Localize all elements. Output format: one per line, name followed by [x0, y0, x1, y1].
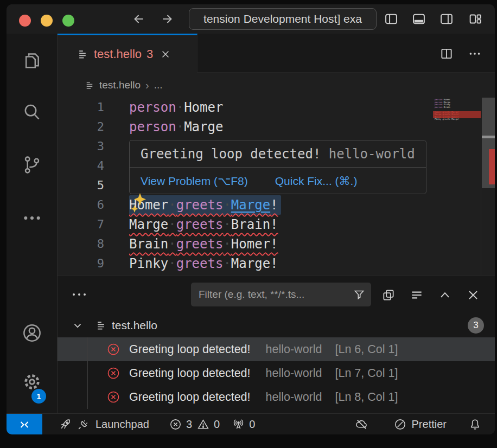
- problems-filter[interactable]: [191, 283, 371, 306]
- forward-arrow-icon[interactable]: [161, 12, 175, 26]
- scrollbar-error-marker: [489, 149, 495, 184]
- panel-overflow-icon[interactable]: [72, 288, 88, 301]
- problem-message: Greeting loop detected!: [129, 343, 251, 356]
- back-arrow-icon[interactable]: [131, 12, 145, 26]
- window-title: tension Development Host] exa: [203, 12, 362, 25]
- code-line[interactable]: 6Homer·greets·Marge!: [58, 195, 495, 215]
- settings-badge: 1: [31, 389, 46, 404]
- more-icon[interactable]: [21, 207, 43, 229]
- minimap[interactable]: person Homerperson Margeperson Pinkypers…: [433, 99, 481, 121]
- chevron-down-icon[interactable]: [72, 319, 84, 331]
- problem-source: hello-world: [266, 367, 322, 380]
- code-line[interactable]: 1person·Homer: [58, 98, 495, 117]
- collapse-all-icon[interactable]: [410, 288, 424, 302]
- line-number: 2: [58, 117, 104, 137]
- view-as-table-icon[interactable]: [381, 288, 396, 302]
- problem-location: [Ln 8, Col 1]: [335, 391, 398, 404]
- view-problem-link[interactable]: View Problem (⌥F8): [141, 175, 248, 188]
- quick-fix-link[interactable]: Quick Fix... (⌘.): [275, 175, 358, 188]
- status-left: Launchpad 3 0 0: [59, 414, 255, 434]
- line-text: person·Homer: [129, 98, 223, 117]
- close-panel-icon[interactable]: [466, 288, 480, 302]
- problem-location: [Ln 7, Col 1]: [335, 367, 398, 380]
- close-icon[interactable]: [160, 49, 171, 60]
- tooltip-message-row: Greeting loop detected! hello-world: [130, 140, 426, 168]
- breadcrumb[interactable]: test.hello › ...: [58, 73, 495, 98]
- ports-count[interactable]: 0: [249, 418, 255, 431]
- problem-location: [Ln 6, Col 1]: [335, 343, 398, 356]
- problem-source: hello-world: [266, 343, 322, 356]
- chevron-up-icon[interactable]: [438, 288, 452, 302]
- line-text: Marge·greets·Brain!: [129, 215, 278, 234]
- launchpad-label[interactable]: Launchpad: [95, 418, 149, 431]
- scrollbar-thumb[interactable]: [482, 98, 495, 188]
- sparkle-icon[interactable]: [128, 192, 149, 214]
- filter-funnel-icon[interactable]: [353, 288, 366, 301]
- tab-test-hello[interactable]: test.hello 3: [58, 34, 197, 73]
- breadcrumb-more[interactable]: ...: [154, 79, 163, 91]
- line-text: Pinky·greets·Marge!: [129, 254, 278, 273]
- problem-source: hello-world: [266, 391, 322, 404]
- filter-input[interactable]: [199, 289, 353, 300]
- problem-row[interactable]: Greeting loop detected! hello-world [Ln …: [58, 337, 495, 361]
- error-count-icon[interactable]: [169, 418, 182, 431]
- files-icon[interactable]: [21, 50, 43, 72]
- plug-icon[interactable]: [77, 418, 90, 431]
- split-editor-icon[interactable]: [439, 47, 454, 61]
- warnings-count[interactable]: 0: [214, 418, 220, 431]
- source-control-icon[interactable]: [21, 154, 43, 176]
- line-text: Brain·greets·Homer!: [129, 234, 278, 254]
- list-file-icon: [85, 80, 94, 90]
- toggle-sidebar-icon[interactable]: [384, 11, 399, 27]
- chevron-right-icon: ›: [145, 79, 149, 92]
- title-bar: tension Development Host] exa: [7, 4, 495, 34]
- problem-message: Greeting loop detected!: [129, 367, 251, 380]
- rocket-icon[interactable]: [59, 418, 72, 431]
- close-window-button[interactable]: [19, 15, 31, 27]
- problem-count-badge: 3: [468, 317, 484, 334]
- tab-problem-count: 3: [146, 47, 153, 61]
- bell-icon[interactable]: [468, 418, 482, 431]
- line-number: 1: [58, 98, 104, 117]
- search-icon[interactable]: [21, 101, 43, 123]
- line-number: 5: [58, 176, 104, 195]
- code-editor[interactable]: 1person·Homer2person·Marge3456Homer·gree…: [58, 98, 495, 275]
- code-line[interactable]: 9Pinky·greets·Marge!: [58, 254, 495, 273]
- code-line[interactable]: 2person·Marge: [58, 117, 495, 137]
- line-number: 8: [58, 234, 104, 254]
- cloud-off-icon[interactable]: [355, 418, 368, 431]
- file-group-name: test.hello: [112, 319, 157, 332]
- tooltip-source: hello-world: [321, 146, 415, 162]
- problem-row[interactable]: Greeting loop detected! hello-world [Ln …: [58, 361, 495, 385]
- customize-layout-icon[interactable]: [468, 11, 483, 27]
- toggle-panel-icon[interactable]: [411, 11, 426, 27]
- editor-more-actions-icon[interactable]: [468, 47, 482, 61]
- status-right: Prettier: [355, 414, 482, 434]
- breadcrumb-file[interactable]: test.hello: [99, 79, 141, 91]
- zoom-window-button[interactable]: [62, 15, 74, 27]
- problem-row[interactable]: Greeting loop detected! hello-world [Ln …: [58, 385, 495, 409]
- problem-message: Greeting loop detected!: [129, 391, 251, 404]
- editor-group: test.hello 3: [58, 34, 495, 413]
- formatter-label[interactable]: Prettier: [412, 418, 447, 431]
- command-center[interactable]: tension Development Host] exa: [189, 8, 377, 30]
- status-bar: Launchpad 3 0 0: [7, 413, 495, 434]
- minimize-window-button[interactable]: [41, 15, 53, 27]
- tab-label: test.hello: [94, 47, 142, 61]
- editor-scrollbar[interactable]: [481, 98, 495, 275]
- line-text: person·Marge: [129, 117, 223, 137]
- toggle-secondary-sidebar-icon[interactable]: [439, 11, 454, 27]
- code-line[interactable]: 8Brain·greets·Homer!: [58, 234, 495, 254]
- code-line[interactable]: 7Marge·greets·Brain!: [58, 215, 495, 234]
- warning-icon[interactable]: [196, 418, 210, 431]
- broadcast-icon[interactable]: [232, 418, 245, 431]
- account-icon[interactable]: [21, 322, 43, 344]
- line-number: 4: [58, 156, 104, 176]
- error-icon: [106, 366, 120, 380]
- tab-bar: test.hello 3: [58, 34, 495, 73]
- problems-file-group[interactable]: test.hello 3: [58, 313, 495, 337]
- slash-circle-icon[interactable]: [393, 418, 407, 431]
- list-file-icon: [77, 49, 88, 60]
- errors-count[interactable]: 3: [186, 418, 192, 431]
- remote-indicator[interactable]: [7, 414, 42, 434]
